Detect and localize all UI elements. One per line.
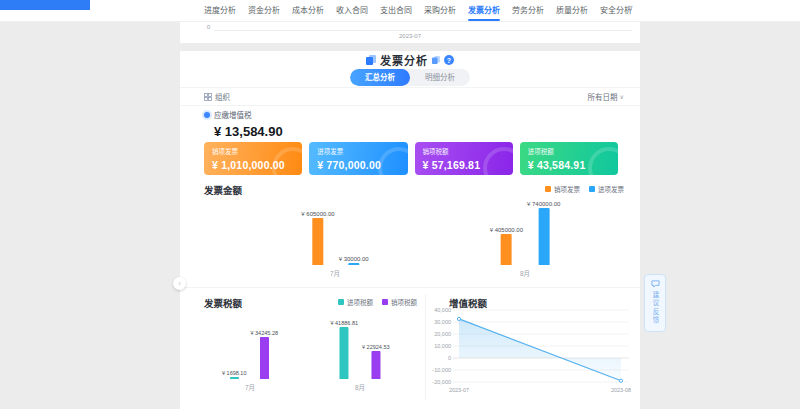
nav-tab-劳务分析[interactable]: 劳务分析 <box>510 0 546 22</box>
org-grid-icon <box>204 93 212 101</box>
nav-tab-采购分析[interactable]: 采购分析 <box>422 0 458 22</box>
previous-chart-x-label: 2023-07 <box>180 33 640 39</box>
nav-tab-质量分析[interactable]: 质量分析 <box>554 0 590 22</box>
y-tick-label: 40,000 <box>434 307 451 313</box>
category-label: 8月 <box>355 382 365 392</box>
summary-card-进项税额: 进项税额¥ 43,584.91 <box>520 142 618 175</box>
legend-item-进项发票[interactable]: 进项发票 <box>589 184 624 194</box>
section-separator <box>180 43 640 51</box>
bar-item-销项税额: ¥ 22924.53 <box>362 344 390 379</box>
bar-item-销项发票: ¥ 405000.00 <box>490 227 523 265</box>
filter-row: 组织 所有日期 ∨ <box>180 88 640 105</box>
help-icon[interactable]: ? <box>444 55 454 65</box>
document-icon <box>366 55 376 65</box>
category-label: 8月 <box>520 268 530 278</box>
y-tick-label: 0 <box>448 355 451 361</box>
kpi-value: ¥ 13,584.90 <box>214 124 283 139</box>
bar-进项税额-7月 <box>230 377 239 379</box>
invoice-amount-legend: 销项发票进项发票 <box>545 184 624 194</box>
y-tick-label: 20,000 <box>434 331 451 337</box>
bars: ¥ 605000.00¥ 30000.00 <box>301 211 368 265</box>
legend-label: 进项发票 <box>598 184 624 194</box>
bottom-charts: 发票税额 进项税额销项税额 ¥ 1698.10¥ 34245.287月¥ 418… <box>180 288 640 409</box>
invoice-amount-chart: ¥ 605000.00¥ 30000.007月¥ 405000.00¥ 7400… <box>180 194 640 278</box>
bar-销项税额-8月 <box>371 351 380 379</box>
nav-more-chevron-down-icon[interactable]: ∨ <box>627 3 634 13</box>
summary-card-label: 销项发票 <box>212 146 294 156</box>
nav-tab-进度分析[interactable]: 进度分析 <box>202 0 238 22</box>
bar-value-label: ¥ 605000.00 <box>301 211 334 217</box>
nav-tab-发票分析[interactable]: 发票分析 <box>466 0 502 22</box>
legend-marker <box>338 299 344 305</box>
data-point <box>619 379 622 382</box>
bar-value-label: ¥ 740000.00 <box>527 201 560 207</box>
summary-card-label: 进项发票 <box>317 146 399 156</box>
x-tick-label: 2023-08 <box>611 387 631 393</box>
bar-item-进项发票: ¥ 740000.00 <box>527 201 560 265</box>
org-filter-label: 组织 <box>215 91 230 102</box>
kpi-label: 应缴增值税 <box>214 109 252 120</box>
summary-card-value: ¥ 43,584.91 <box>528 159 610 171</box>
bar-value-label: ¥ 30000.00 <box>339 256 369 262</box>
summary-card-label: 销项税额 <box>423 146 505 156</box>
bar-group-7月: ¥ 1698.10¥ 34245.287月 <box>222 330 278 393</box>
summary-card-value: ¥ 57,169.81 <box>423 159 505 171</box>
nav-tab-收入合同[interactable]: 收入合同 <box>334 0 370 22</box>
page-title: 发票分析 <box>380 52 428 68</box>
divider <box>180 105 640 106</box>
kpi-dot-icon <box>204 112 210 118</box>
invoice-tax-pane: 发票税额 进项税额销项税额 ¥ 1698.10¥ 34245.287月¥ 418… <box>180 288 425 409</box>
bar-value-label: ¥ 405000.00 <box>490 227 523 233</box>
view-tab-汇总分析[interactable]: 汇总分析 <box>350 69 410 86</box>
summary-card-value: ¥ 770,000.00 <box>317 159 399 171</box>
bar-value-label: ¥ 1698.10 <box>222 370 246 376</box>
feedback-label: 建议反馈 <box>650 291 660 325</box>
legend-marker <box>589 186 595 192</box>
summary-card-label: 进项税额 <box>528 146 610 156</box>
legend-marker <box>545 186 551 192</box>
bar-item-进项税额: ¥ 1698.10 <box>222 370 246 379</box>
nav-tab-支出合同[interactable]: 支出合同 <box>378 0 414 22</box>
legend-label: 销项发票 <box>554 184 580 194</box>
nav-tab-资金分析[interactable]: 资金分析 <box>246 0 282 22</box>
bar-进项发票-8月 <box>538 208 549 265</box>
bar-value-label: ¥ 34245.28 <box>250 330 278 336</box>
bar-销项发票-8月 <box>501 234 512 265</box>
summary-card-销项发票: 销项发票¥ 1,010,000.00 <box>204 142 302 175</box>
view-toggle: 汇总分析明细分析 <box>350 69 470 86</box>
summary-cards-row: 销项发票¥ 1,010,000.00进项发票¥ 770,000.00销项税额¥ … <box>204 142 618 175</box>
bars: ¥ 405000.00¥ 740000.00 <box>490 201 561 265</box>
previous-chart-y-tick: 0 <box>198 24 210 30</box>
bar-group-8月: ¥ 41886.81¥ 22924.538月 <box>330 320 389 392</box>
previous-chart-axis-line <box>214 30 632 31</box>
y-tick-label: -20,000 <box>432 379 451 385</box>
bar-item-进项税额: ¥ 41886.81 <box>330 320 358 379</box>
feedback-widget[interactable]: 建议反馈 <box>644 274 666 332</box>
summary-card-进项发票: 进项发票¥ 770,000.00 <box>309 142 407 175</box>
view-toggle-wrap: 汇总分析明细分析 <box>180 69 640 86</box>
nav-tab-成本分析[interactable]: 成本分析 <box>290 0 326 22</box>
org-filter-button[interactable]: 组织 <box>204 91 230 102</box>
document-small-icon <box>432 56 440 64</box>
bars: ¥ 41886.81¥ 22924.53 <box>330 320 389 379</box>
vat-amount-line-chart: 40,00030,00020,00010,0000-10,000-20,0002… <box>425 304 637 400</box>
legend-item-销项发票[interactable]: 销项发票 <box>545 184 580 194</box>
nav-tabs: 进度分析资金分析成本分析收入合同支出合同采购分析发票分析劳务分析质量分析安全分析 <box>202 0 634 22</box>
date-filter-label: 所有日期 <box>588 91 618 102</box>
collapse-handle[interactable]: ‹ <box>173 277 186 290</box>
view-tab-明细分析[interactable]: 明细分析 <box>410 69 470 86</box>
legend-marker <box>382 299 388 305</box>
y-tick-label: 10,000 <box>434 343 451 349</box>
chat-bubble-icon <box>651 280 660 288</box>
bar-进项税额-8月 <box>340 327 349 379</box>
category-label: 7月 <box>330 268 340 278</box>
date-filter-dropdown[interactable]: 所有日期 ∨ <box>588 91 624 102</box>
bar-进项发票-7月 <box>348 263 359 265</box>
invoice-tax-chart: ¥ 1698.10¥ 34245.287月¥ 41886.81¥ 22924.5… <box>180 306 425 392</box>
data-point <box>457 317 460 320</box>
bar-value-label: ¥ 22924.53 <box>362 344 390 350</box>
bar-销项税额-7月 <box>260 337 269 380</box>
summary-card-value: ¥ 1,010,000.00 <box>212 159 294 171</box>
bar-group-8月: ¥ 405000.00¥ 740000.008月 <box>490 201 561 278</box>
bars: ¥ 1698.10¥ 34245.28 <box>222 330 278 380</box>
